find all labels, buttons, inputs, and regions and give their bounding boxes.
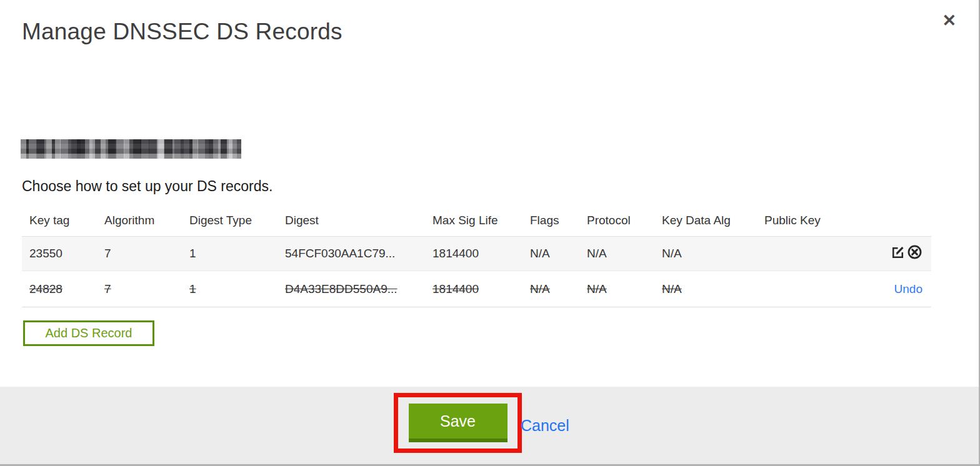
cell-key-tag: 23550 [22, 237, 97, 271]
undo-link[interactable]: Undo [894, 282, 922, 295]
col-header-key-tag: Key tag [22, 206, 97, 237]
modal-footer: Save Cancel [0, 387, 979, 464]
col-header-max-sig-life: Max Sig Life [425, 206, 522, 237]
add-ds-record-button[interactable]: Add DS Record [23, 320, 154, 346]
col-header-digest-type: Digest Type [182, 206, 278, 237]
col-header-public-key: Public Key [757, 206, 865, 237]
row-actions: Undo [865, 271, 931, 307]
cell-public-key [757, 271, 865, 307]
table-header-row: Key tag Algorithm Digest Type Digest Max… [22, 206, 931, 237]
cell-public-key [757, 237, 865, 271]
cell-digest: 54FCF030AA1C79... [278, 237, 425, 271]
edit-icon[interactable] [890, 244, 906, 260]
row-actions [865, 237, 931, 271]
cell-digest: D4A33E8DD550A9... [278, 271, 425, 307]
cell-max-sig-life: 1814400 [425, 237, 522, 271]
cell-digest-type: 1 [182, 237, 278, 271]
close-icon[interactable]: ✕ [942, 12, 956, 29]
cell-algorithm: 7 [97, 271, 182, 307]
ds-records-table: Key tag Algorithm Digest Type Digest Max… [22, 206, 931, 307]
table-row-deleted: 24828 7 1 D4A33E8DD550A9... 1814400 N/A … [22, 271, 931, 307]
cell-protocol: N/A [579, 271, 654, 307]
col-header-actions [865, 206, 931, 237]
page-title: Manage DNSSEC DS Records [22, 19, 342, 45]
cell-key-data-alg: N/A [654, 271, 757, 307]
col-header-algorithm: Algorithm [97, 206, 182, 237]
col-header-key-data-alg: Key Data Alg [654, 206, 757, 237]
cell-flags: N/A [522, 237, 579, 271]
cell-algorithm: 7 [97, 237, 182, 271]
col-header-protocol: Protocol [579, 206, 654, 237]
manage-dnssec-modal: Manage DNSSEC DS Records ✕ Choose how to… [0, 0, 980, 466]
instruction-text: Choose how to set up your DS records. [22, 178, 272, 195]
table-row: 23550 7 1 54FCF030AA1C79... 1814400 N/A … [22, 237, 931, 271]
cancel-link[interactable]: Cancel [521, 417, 569, 435]
cell-max-sig-life: 1814400 [425, 271, 522, 307]
save-button[interactable]: Save [409, 404, 508, 442]
cell-digest-type: 1 [182, 271, 278, 307]
annotation-highlight-rect: Save [394, 393, 522, 453]
cell-key-tag: 24828 [22, 271, 97, 307]
col-header-flags: Flags [522, 206, 579, 237]
col-header-digest: Digest [278, 206, 425, 237]
cell-protocol: N/A [579, 237, 654, 271]
cell-flags: N/A [522, 271, 579, 307]
cell-key-data-alg: N/A [654, 237, 757, 271]
redacted-domain-name [21, 139, 241, 159]
delete-icon[interactable] [907, 244, 922, 260]
